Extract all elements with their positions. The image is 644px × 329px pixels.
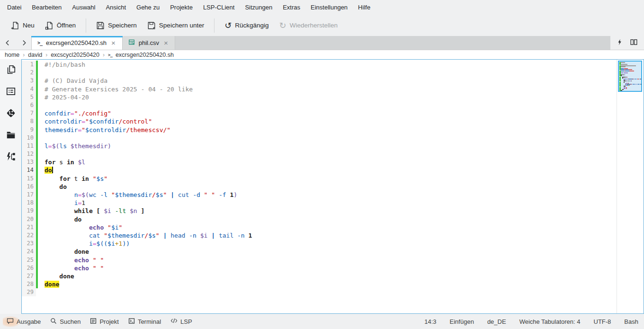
code-text: # Generate Exersices 2025 - 04 - 20 like	[45, 85, 617, 93]
syntax-mode[interactable]: Bash	[624, 318, 638, 325]
line-number: 4	[22, 85, 36, 93]
forward-button[interactable]	[19, 38, 28, 48]
cursor-position[interactable]: 14:3	[424, 318, 436, 325]
code-text	[45, 150, 617, 158]
filesystem-panel-button[interactable]	[5, 129, 17, 141]
line-number: 2	[22, 69, 36, 77]
search-toggle-button[interactable]: Suchen	[46, 315, 84, 328]
tab-label: phil.csv	[139, 39, 159, 46]
output-label: Ausgabe	[17, 318, 41, 325]
left-sidebar	[0, 59, 21, 314]
breadcrumb-home[interactable]: home	[5, 52, 19, 58]
code-line: 8controldir="$confdir/control"	[22, 117, 617, 125]
open-file-icon	[45, 21, 54, 30]
dictionary[interactable]: de_DE	[487, 318, 506, 325]
code-text: done	[45, 248, 617, 256]
line-number: 22	[22, 231, 36, 240]
line-number: 18	[22, 199, 36, 207]
breadcrumb-folder[interactable]: excscycl20250420	[51, 52, 99, 58]
save-as-button[interactable]: Speichern unter	[142, 18, 209, 33]
menu-gehe-zu[interactable]: Gehe zu	[131, 2, 165, 13]
diagnostics-panel-button[interactable]	[5, 151, 17, 162]
icon-border	[38, 183, 45, 191]
breadcrumb-file[interactable]: excrsgen20250420.sh	[116, 52, 174, 58]
documents-panel-button[interactable]	[5, 64, 17, 75]
menu-ansicht[interactable]: Ansicht	[100, 2, 131, 13]
git-panel-button[interactable]	[5, 107, 17, 119]
tab-close-icon[interactable]: ×	[163, 39, 169, 47]
code-text: done	[45, 280, 617, 288]
tab-settings[interactable]: Weiche Tabulatoren: 4	[519, 318, 581, 325]
code-line: 2	[22, 69, 617, 77]
menu-projekte[interactable]: Projekte	[165, 2, 198, 13]
minimap-visible-region[interactable]	[618, 61, 642, 92]
tab-close-icon[interactable]: ×	[110, 39, 116, 47]
line-number: 1	[22, 61, 36, 69]
line-number: 8	[22, 117, 36, 125]
menu-bar: Datei Bearbeiten Auswahl Ansicht Gehe zu…	[0, 0, 644, 15]
terminal-toggle-button[interactable]: Terminal	[125, 315, 165, 328]
tab-phil-csv[interactable]: phil.csv ×	[123, 36, 175, 50]
code-text	[45, 134, 617, 142]
code-line: 3# (C) David Vajda	[22, 77, 617, 85]
tab-bar: >_ excrsgen20250420.sh × phil.csv ×	[0, 36, 644, 50]
output-toggle-button[interactable]: Ausgabe	[3, 315, 45, 328]
code-line: 16 do	[22, 183, 617, 191]
quick-open-lightning-icon[interactable]	[617, 39, 623, 47]
redo-label: Wiederherstellen	[290, 22, 338, 29]
terminal-icon	[128, 318, 135, 326]
outline-panel-button[interactable]	[5, 86, 17, 97]
open-file-button[interactable]: Öffnen	[40, 18, 81, 33]
editor-view: 1#!/bin/bash23# (C) David Vajda4# Genera…	[21, 59, 644, 314]
code-text: echo "$i"	[45, 223, 617, 231]
menu-bearbeiten[interactable]: Bearbeiten	[27, 2, 67, 13]
input-mode[interactable]: Einfügen	[450, 318, 474, 325]
split-view-icon[interactable]	[630, 39, 637, 47]
code-line: 14do	[22, 166, 617, 174]
code-line: 20 do	[22, 215, 617, 223]
save-as-icon	[147, 21, 156, 30]
encoding[interactable]: UTF-8	[594, 318, 611, 325]
menu-einstellungen[interactable]: Einstellungen	[305, 2, 353, 13]
line-number: 13	[22, 158, 36, 166]
redo-icon: ↻	[279, 21, 286, 30]
code-line: 23 i=$(($i+1))	[22, 240, 617, 248]
line-number: 28	[22, 280, 36, 288]
code-text	[45, 69, 617, 77]
new-file-label: Neu	[23, 22, 35, 29]
menu-auswahl[interactable]: Auswahl	[67, 2, 100, 13]
code-line: 6	[22, 101, 617, 109]
breadcrumb-user[interactable]: david	[28, 52, 42, 58]
icon-border	[38, 150, 45, 158]
text-cursor	[52, 167, 53, 173]
menu-lsp-client[interactable]: LSP-CLient	[198, 2, 240, 13]
project-toggle-button[interactable]: Projekt	[86, 315, 122, 328]
menu-hilfe[interactable]: Hilfe	[353, 2, 376, 13]
code-line: 18 i=1	[22, 199, 617, 207]
back-button[interactable]	[3, 38, 12, 48]
code-area[interactable]: 1#!/bin/bash23# (C) David Vajda4# Genera…	[22, 60, 617, 313]
code-text: for t in "$s"	[45, 175, 617, 183]
shell-script-icon: >_	[108, 53, 112, 57]
code-text: do	[45, 166, 617, 174]
new-file-button[interactable]: Neu	[6, 18, 40, 33]
line-number: 29	[22, 288, 36, 296]
code-text: # 2025-04-20	[45, 93, 617, 101]
scrollbar-minimap[interactable]	[617, 60, 644, 313]
save-icon	[96, 21, 105, 30]
menu-sitzungen[interactable]: Sitzungen	[240, 2, 277, 13]
line-number: 6	[22, 101, 36, 109]
menu-datei[interactable]: Datei	[2, 2, 27, 13]
code-line: 7confdir="./config"	[22, 109, 617, 117]
line-number: 3	[22, 77, 36, 85]
undo-button[interactable]: ↺ Rückgängig	[219, 18, 274, 33]
code-line: 22 cat "$themesdir/$s" | head -n $i | ta…	[22, 231, 617, 240]
lsp-toggle-button[interactable]: LSP	[167, 315, 196, 328]
icon-border	[38, 61, 45, 69]
icon-border	[38, 207, 45, 215]
menu-extras[interactable]: Extras	[277, 2, 305, 13]
save-button[interactable]: Speichern	[91, 18, 142, 33]
icon-border	[38, 223, 45, 231]
breadcrumb: home › david › excscycl20250420 › >_ exc…	[0, 50, 644, 59]
tab-excrsgen-sh[interactable]: >_ excrsgen20250420.sh ×	[31, 36, 123, 50]
